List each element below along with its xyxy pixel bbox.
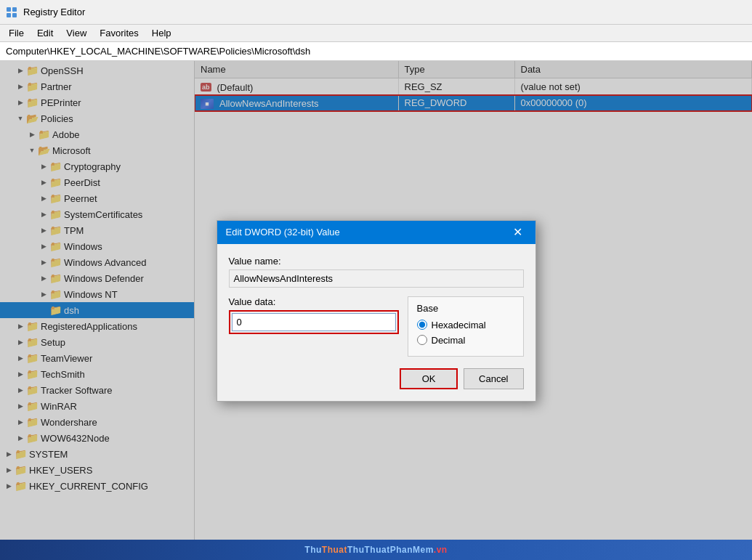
radio-hexadecimal-row: Hexadecimal (417, 320, 514, 330)
value-name-display: AllowNewsAndInterests (229, 269, 524, 288)
radio-decimal-label: Decimal (432, 335, 466, 346)
svg-rect-2 (7, 13, 11, 17)
menu-help[interactable]: Help (146, 26, 177, 40)
value-data-input[interactable] (232, 313, 396, 331)
watermark-prefix: Thu (304, 545, 322, 555)
cancel-button[interactable]: Cancel (464, 368, 523, 389)
dialog-row-data: Value data: Base Hexadecimal (229, 296, 524, 357)
menu-view[interactable]: View (60, 26, 92, 40)
address-path: Computer\HKEY_LOCAL_MACHINE\SOFTWARE\Pol… (6, 46, 310, 57)
title-bar: Registry Editor (0, 0, 752, 25)
watermark: ThuThuatThuThuatPhanMem.vn (0, 540, 752, 560)
main-content: OpenSSH Partner PEPrinter Policies Adobe (0, 61, 752, 560)
value-data-section: Value data: (229, 296, 399, 334)
menu-edit[interactable]: Edit (31, 26, 59, 40)
value-data-label: Value data: (229, 296, 399, 307)
base-title: Base (417, 303, 514, 314)
menu-file[interactable]: File (3, 26, 30, 40)
watermark-mid: Thuat (322, 545, 347, 555)
app-title: Registry Editor (23, 7, 85, 17)
dialog-title: Edit DWORD (32-bit) Value (226, 227, 340, 238)
registry-editor-icon (6, 7, 17, 18)
svg-rect-3 (12, 13, 17, 17)
menu-favorites[interactable]: Favorites (94, 26, 144, 40)
radio-hexadecimal-label: Hexadecimal (432, 320, 486, 330)
ok-button[interactable]: OK (400, 368, 458, 389)
watermark-suffix: .vn (434, 545, 448, 555)
dialog-buttons: OK Cancel (229, 368, 524, 389)
modal-backdrop: Edit DWORD (32-bit) Value ✕ Value name: … (0, 61, 752, 560)
address-bar[interactable]: Computer\HKEY_LOCAL_MACHINE\SOFTWARE\Pol… (0, 42, 752, 61)
svg-rect-1 (12, 7, 17, 12)
radio-decimal[interactable] (417, 335, 427, 345)
dialog-titlebar: Edit DWORD (32-bit) Value ✕ (217, 221, 535, 244)
value-data-input-wrapper (229, 310, 399, 334)
radio-hexadecimal[interactable] (417, 320, 427, 330)
dialog-body: Value name: AllowNewsAndInterests Value … (217, 244, 535, 401)
svg-rect-0 (7, 7, 11, 12)
base-section: Base Hexadecimal Decimal (408, 296, 524, 357)
value-name-label: Value name: (229, 256, 524, 267)
menu-bar: File Edit View Favorites Help (0, 25, 752, 42)
dialog-close-button[interactable]: ✕ (509, 224, 527, 241)
radio-decimal-row: Decimal (417, 335, 514, 346)
edit-dword-dialog: Edit DWORD (32-bit) Value ✕ Value name: … (217, 220, 536, 402)
watermark-text: ThuThuatPhanMem (347, 545, 434, 555)
